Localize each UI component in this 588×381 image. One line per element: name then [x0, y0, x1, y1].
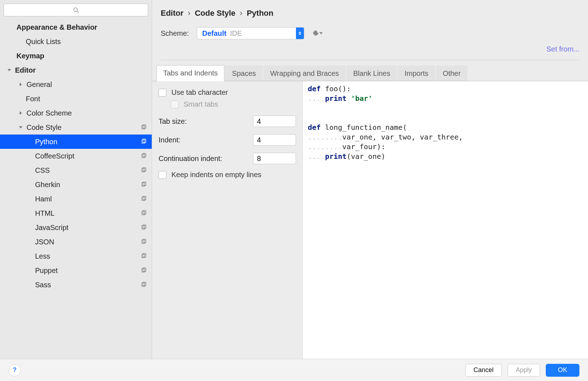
tree-label: General — [26, 80, 152, 89]
tree-label: CoffeeScript — [35, 152, 141, 160]
tree-general[interactable]: General — [0, 77, 152, 92]
settings-tree: Appearance & Behavior Quick Lists Keymap… — [0, 20, 152, 359]
tree-label: Font — [26, 95, 152, 103]
tree-code-style[interactable]: Code Style — [0, 120, 152, 135]
tree-code-style-javascript[interactable]: JavaScript — [0, 220, 152, 235]
search-box[interactable] — [4, 4, 148, 16]
tree-keymap[interactable]: Keymap — [0, 49, 152, 63]
scheme-actions-button[interactable] — [312, 30, 323, 36]
copy-scheme-icon — [141, 210, 147, 216]
copy-scheme-icon — [141, 182, 147, 187]
copy-scheme-icon — [141, 153, 147, 159]
crumb-python: Python — [247, 9, 273, 18]
breadcrumb-separator: › — [186, 9, 193, 18]
apply-button: Apply — [507, 364, 540, 377]
updown-icon — [296, 28, 304, 39]
tree-code-style-less[interactable]: Less — [0, 249, 152, 263]
divider — [161, 60, 579, 60]
use-tab-character-checkbox[interactable] — [159, 89, 166, 97]
cancel-button[interactable]: Cancel — [465, 364, 502, 377]
copy-scheme-icon — [141, 268, 147, 273]
copy-scheme-icon — [141, 124, 147, 130]
crumb-code-style[interactable]: Code Style — [195, 9, 235, 18]
tab-size-input[interactable] — [253, 116, 296, 127]
tab-label: Imports — [404, 69, 428, 78]
crumb-editor[interactable]: Editor — [161, 9, 184, 18]
tree-code-style-haml[interactable]: Haml — [0, 192, 152, 206]
tree-label: Less — [35, 252, 141, 260]
tab-label: Wrapping and Braces — [270, 69, 339, 78]
tree-code-style-gherkin[interactable]: Gherkin — [0, 177, 152, 192]
tab-label: Tabs and Indents — [163, 69, 218, 77]
keep-indents-checkbox[interactable] — [159, 171, 166, 179]
code-preview: def foo(): ....print 'bar' def long_func… — [302, 81, 588, 359]
tree-label: Gherkin — [35, 181, 141, 189]
set-from-link[interactable]: Set from... — [546, 45, 579, 53]
tree-code-style-css[interactable]: CSS — [0, 163, 152, 177]
tree-label: Python — [35, 138, 141, 146]
indent-settings-form: Use tab character Smart tabs Tab size: I… — [152, 81, 302, 359]
tab-label: Spaces — [232, 69, 256, 78]
tab-other[interactable]: Other — [436, 65, 467, 81]
chevron-right-icon — [17, 109, 24, 117]
tree-appearance-behavior[interactable]: Appearance & Behavior — [0, 20, 152, 34]
indent-input[interactable] — [253, 134, 296, 146]
settings-sidebar: Appearance & Behavior Quick Lists Keymap… — [0, 0, 152, 359]
search-icon — [73, 7, 79, 13]
field-label: Tab size: — [159, 117, 187, 126]
tree-label: Editor — [15, 66, 152, 74]
tree-code-style-puppet[interactable]: Puppet — [0, 263, 152, 278]
checkbox-label: Keep indents on empty lines — [171, 171, 261, 179]
chevron-down-icon — [319, 31, 323, 35]
tree-label: Keymap — [16, 52, 152, 60]
copy-scheme-icon — [141, 225, 147, 230]
chevron-down-icon — [17, 124, 24, 131]
tree-label: Color Scheme — [26, 109, 152, 117]
scheme-suffix: IDE — [230, 29, 242, 38]
tree-code-style-coffeescript[interactable]: CoffeeScript — [0, 149, 152, 163]
tree-color-scheme[interactable]: Color Scheme — [0, 106, 152, 120]
copy-scheme-icon — [141, 282, 147, 288]
tab-tabs-indents[interactable]: Tabs and Indents — [156, 65, 224, 81]
tree-font[interactable]: Font — [0, 92, 152, 106]
copy-scheme-icon — [141, 253, 147, 259]
ok-button[interactable]: OK — [546, 364, 579, 377]
tab-blank-lines[interactable]: Blank Lines — [346, 65, 397, 81]
field-label: Continuation indent: — [159, 155, 222, 163]
tree-code-style-html[interactable]: HTML — [0, 206, 152, 220]
tab-label: Other — [443, 69, 461, 78]
gear-icon — [312, 30, 319, 36]
smart-tabs-checkbox — [171, 101, 179, 108]
tree-label: Quick Lists — [26, 38, 152, 46]
breadcrumb: Editor › Code Style › Python — [152, 0, 588, 18]
tree-quick-lists[interactable]: Quick Lists — [0, 34, 152, 49]
code-style-tabs: Tabs and Indents Spaces Wrapping and Bra… — [152, 65, 588, 81]
tab-label: Blank Lines — [353, 69, 390, 78]
tree-code-style-sass[interactable]: Sass — [0, 278, 152, 292]
scheme-select[interactable]: Default IDE — [197, 27, 304, 39]
help-button[interactable]: ? — [9, 364, 21, 376]
tab-imports[interactable]: Imports — [398, 65, 435, 81]
continuation-indent-input[interactable] — [253, 153, 296, 164]
tree-label: Sass — [35, 281, 141, 289]
scheme-label: Scheme: — [161, 29, 189, 38]
checkbox-label: Smart tabs — [184, 100, 218, 108]
breadcrumb-separator: › — [238, 9, 244, 18]
tree-label: Appearance & Behavior — [16, 23, 152, 31]
copy-scheme-icon — [141, 139, 147, 145]
tree-label: Puppet — [35, 267, 141, 275]
tree-label: JavaScript — [35, 224, 141, 232]
tree-code-style-json[interactable]: JSON — [0, 235, 152, 249]
tree-label: CSS — [35, 166, 141, 175]
checkbox-label: Use tab character — [171, 88, 228, 97]
tree-label: JSON — [35, 238, 141, 246]
chevron-down-icon — [6, 67, 13, 74]
tab-spaces[interactable]: Spaces — [225, 65, 263, 81]
scheme-name: Default — [202, 29, 227, 38]
tree-editor[interactable]: Editor — [0, 63, 152, 77]
copy-scheme-icon — [141, 167, 147, 173]
tab-wrapping-braces[interactable]: Wrapping and Braces — [263, 65, 346, 81]
copy-scheme-icon — [141, 239, 147, 245]
tree-code-style-python[interactable]: Python — [0, 135, 152, 149]
dialog-footer: ? Cancel Apply OK — [0, 359, 588, 381]
